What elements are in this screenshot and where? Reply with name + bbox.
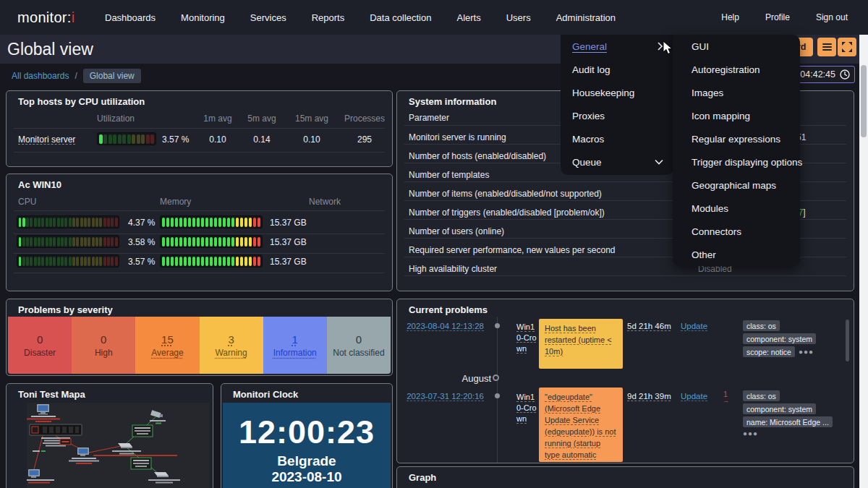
tag[interactable]: component: system: [743, 333, 816, 344]
problem-tags: class: os component: system name: Micros…: [743, 390, 833, 437]
nav-item-profile[interactable]: Profile: [765, 12, 790, 22]
tag[interactable]: class: os: [743, 390, 780, 401]
sysinfo-parameter: Number of templates: [409, 170, 489, 180]
submenu-item-geographical-maps[interactable]: Geographical maps: [673, 174, 800, 197]
status-label: [131, 458, 151, 469]
nav-item-monitoring[interactable]: Monitoring: [181, 12, 225, 23]
problem-time-link[interactable]: 2023-07-31 12:20:16: [403, 392, 484, 401]
severity-count: 0: [356, 333, 362, 346]
hamburger-icon: [822, 43, 832, 51]
severity-block-average[interactable]: 15 Average: [135, 317, 199, 374]
tag[interactable]: name: Microsoft Edge ...: [743, 416, 833, 427]
breadcrumb-separator: /: [75, 71, 77, 81]
nav-item-administration[interactable]: Administration: [556, 12, 616, 23]
nav-item-users[interactable]: Users: [506, 12, 531, 23]
cpu-gauge: [17, 235, 119, 248]
severity-label: Not classified: [333, 348, 384, 358]
nav-item-data-collection[interactable]: Data collection: [370, 12, 431, 23]
network-map[interactable]: [27, 403, 210, 488]
tag[interactable]: scope: notice: [743, 346, 795, 357]
severity-count: 1: [292, 333, 298, 346]
nav-item-dashboards[interactable]: Dashboards: [105, 12, 156, 23]
column-header-parameter: Parameter: [409, 113, 449, 123]
problem-time-link[interactable]: 2023-08-04 12:13:28: [403, 322, 484, 330]
memory-value: 15.37 GB: [270, 257, 307, 267]
column-header-15m: 15m avg: [289, 114, 335, 124]
submenu-item-images[interactable]: Images: [673, 81, 800, 104]
severity-block-warning[interactable]: 3 Warning: [200, 317, 263, 374]
page-scrollbar-thumb[interactable]: [861, 65, 867, 137]
problem-host-link[interactable]: Win10-Crown: [516, 322, 538, 354]
column-header-utilization: Utilization: [97, 114, 135, 124]
menu-item-macros[interactable]: Macros: [561, 127, 673, 150]
utilization-value: 3.57 %: [162, 134, 189, 145]
column-header-5m: 5m avg: [240, 114, 284, 124]
administration-dropdown: General Audit log Housekeeping Proxies M…: [561, 35, 673, 175]
column-header-1m: 1m avg: [196, 114, 239, 124]
submenu-item-gui[interactable]: GUI: [673, 35, 800, 58]
widget-scrollbar-thumb[interactable]: [846, 320, 849, 361]
severity-block-not-classified[interactable]: 0 Not classified: [327, 317, 391, 374]
fullscreen-button[interactable]: [838, 38, 856, 56]
more-tags-icon[interactable]: ●●●: [743, 429, 758, 437]
submenu-item-regular-expressions[interactable]: Regular expressions: [673, 127, 800, 150]
nav-item-help[interactable]: Help: [721, 12, 739, 22]
network-link: [34, 436, 43, 469]
widget-graph: Graph: [396, 466, 854, 488]
update-link[interactable]: Update: [681, 322, 707, 330]
dashboard-menu-button[interactable]: [817, 38, 836, 56]
unacknowledged-messages-icon[interactable]: 1 →: [723, 391, 728, 404]
switch-icon: [148, 472, 180, 484]
submenu-item-autoregistration[interactable]: Autoregistration: [673, 58, 800, 81]
column-header-memory: Memory: [160, 197, 191, 207]
submenu-item-other[interactable]: Other: [673, 243, 800, 266]
severity-block-disaster[interactable]: 0 Disaster: [8, 317, 72, 374]
breadcrumb-current[interactable]: Global view: [83, 69, 141, 83]
menu-item-queue[interactable]: Queue: [561, 150, 673, 174]
submenu-item-modules[interactable]: Modules: [673, 197, 800, 220]
nav-item-alerts[interactable]: Alerts: [456, 12, 480, 23]
nav-item-reports[interactable]: Reports: [312, 12, 345, 23]
more-tags-icon[interactable]: ●●●: [799, 348, 814, 356]
timeline-dot: [495, 323, 500, 328]
menu-item-general[interactable]: General: [561, 35, 673, 58]
problem-description[interactable]: "edgeupdate" (Microsoft Edge Update Serv…: [539, 388, 623, 462]
submenu-item-trigger-displaying-options[interactable]: Trigger displaying options: [673, 150, 800, 174]
cpu-gauge: [17, 254, 119, 267]
clock-icon: [840, 69, 850, 80]
submenu-item-icon-mapping[interactable]: Icon mapping: [673, 104, 800, 127]
top-navigation: monitor:i Dashboards Monitoring Services…: [0, 0, 868, 35]
menu-item-housekeeping[interactable]: Housekeeping: [561, 81, 673, 104]
menu-item-proxies[interactable]: Proxies: [561, 104, 673, 127]
general-submenu: GUI Autoregistration Images Icon mapping…: [673, 35, 800, 266]
widget-problems-by-severity: Problems by severity 0 Disaster 0 High 1…: [6, 299, 393, 376]
breadcrumb-all-dashboards-link[interactable]: All dashboards: [12, 71, 69, 81]
host-link[interactable]: Monitori server: [18, 134, 75, 145]
nav-item-sign-out[interactable]: Sign out: [816, 12, 848, 22]
problem-tags: class: os component: system scope: notic…: [743, 320, 816, 357]
severity-block-information[interactable]: 1 Information: [263, 317, 327, 374]
severity-label: High: [95, 348, 113, 358]
pc-icon: [27, 469, 54, 484]
widget-title: Ac WIN10: [18, 179, 61, 190]
update-link[interactable]: Update: [681, 392, 707, 401]
tag[interactable]: class: os: [743, 320, 780, 331]
severity-count: 0: [37, 333, 43, 346]
memory-gauge: [160, 254, 263, 267]
camera-icon: [150, 410, 166, 424]
menu-item-audit-log[interactable]: Audit log: [561, 58, 673, 81]
widget-clock: Monitori Clock 12:00:23 Belgrade 2023-08…: [221, 383, 393, 488]
timeline-dot: [495, 393, 500, 398]
link-label: [93, 455, 177, 456]
page-scrollbar[interactable]: [859, 35, 868, 488]
cpu-value: 4.37 %: [128, 218, 155, 228]
column-header-network: Network: [309, 197, 341, 207]
problem-host-link[interactable]: Win10-Crown: [516, 392, 538, 424]
severity-label: Warning: [215, 348, 247, 358]
sysinfo-parameter: Number of items (enabled/disabled/not su…: [409, 189, 602, 199]
submenu-item-connectors[interactable]: Connectors: [673, 220, 800, 243]
tag[interactable]: component: system: [743, 403, 816, 414]
severity-block-high[interactable]: 0 High: [72, 317, 135, 374]
problem-description[interactable]: Host has been restarted (uptime < 10m): [539, 319, 623, 369]
nav-item-services[interactable]: Services: [250, 12, 286, 23]
